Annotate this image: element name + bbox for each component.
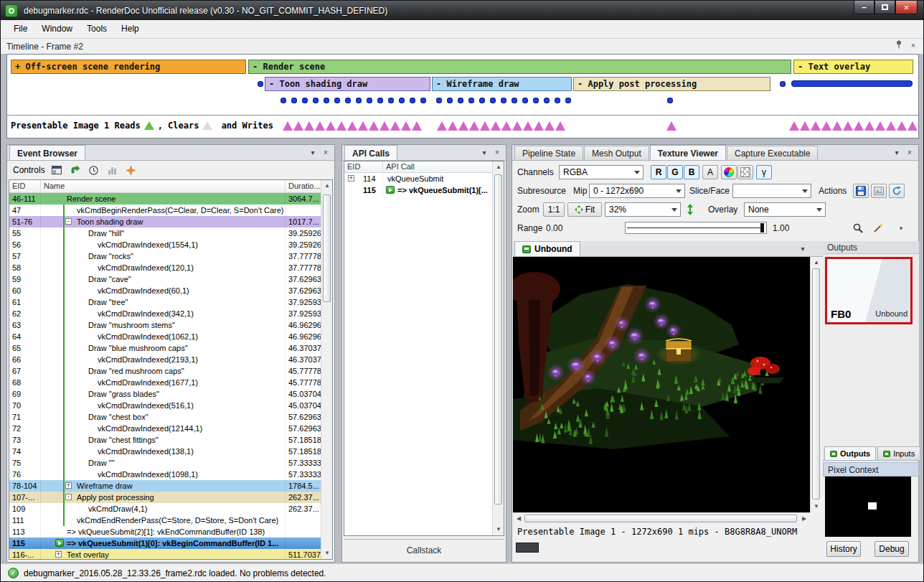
- event-dot[interactable]: [522, 98, 528, 103]
- menu-tools[interactable]: Tools: [80, 20, 114, 38]
- event-row[interactable]: 56vkCmdDrawIndexed(1554,1)39.25926: [9, 239, 321, 250]
- write-triangle-icon[interactable]: [864, 121, 874, 131]
- write-triangle-icon[interactable]: [448, 121, 458, 131]
- write-triangle-icon[interactable]: [789, 121, 799, 131]
- texture-viewport[interactable]: [513, 257, 810, 512]
- event-dot[interactable]: [490, 98, 496, 103]
- write-triangle-icon[interactable]: [523, 121, 533, 131]
- event-row[interactable]: 68vkCmdDrawIndexed(1677,1)45.77778: [9, 377, 321, 388]
- write-triangle-icon[interactable]: [469, 121, 479, 131]
- tab-event-browser[interactable]: Event Browser: [9, 145, 85, 160]
- event-row[interactable]: 58vkCmdDrawIndexed(120,1)37.77778: [9, 262, 321, 273]
- channel-g-button[interactable]: G: [667, 165, 683, 179]
- event-row[interactable]: 72vkCmdDrawIndexed(12144,1)57.62963: [9, 423, 321, 434]
- scroll-up-icon[interactable]: ▲: [493, 161, 504, 173]
- event-dot[interactable]: [468, 98, 474, 103]
- mip-select[interactable]: 0 - 1272x690: [589, 184, 685, 198]
- texture-scene-image[interactable]: [513, 257, 810, 512]
- write-triangle-icon[interactable]: [336, 121, 346, 131]
- tab-outputs[interactable]: Outputs: [824, 446, 876, 460]
- column-name[interactable]: Name: [41, 180, 286, 192]
- event-cluster-bar[interactable]: [791, 80, 913, 87]
- minimize-button[interactable]: –: [854, 1, 874, 14]
- background-checker-button[interactable]: [737, 165, 753, 179]
- column-api-call[interactable]: API Call: [383, 161, 504, 172]
- scroll-up-icon[interactable]: ▲: [321, 180, 333, 192]
- event-dot[interactable]: [780, 81, 786, 87]
- expand-box-icon[interactable]: +: [55, 551, 62, 558]
- bookmark-star-icon[interactable]: [124, 163, 138, 177]
- event-dot[interactable]: [258, 81, 263, 87]
- write-triangle-icon[interactable]: [326, 121, 336, 131]
- history-button[interactable]: History: [826, 541, 861, 557]
- callstack-section[interactable]: Callstack: [344, 539, 504, 560]
- write-triangle-icon[interactable]: [412, 121, 422, 131]
- event-dot[interactable]: [512, 98, 517, 103]
- event-row[interactable]: 75Draw ""57.33333: [9, 457, 321, 469]
- event-dot[interactable]: [436, 98, 442, 103]
- scroll-left-icon[interactable]: ◀: [513, 513, 524, 525]
- event-row[interactable]: 51-76-Toon shading draw1017.7...: [9, 216, 321, 227]
- event-row[interactable]: 116-...+Text overlay511.7037: [9, 549, 321, 559]
- color-wheel-button[interactable]: [721, 165, 737, 179]
- channel-r-button[interactable]: R: [651, 165, 666, 179]
- event-dot[interactable]: [447, 98, 453, 103]
- clock-icon[interactable]: [87, 163, 101, 177]
- event-dot[interactable]: [377, 98, 383, 103]
- panel-menu-icon[interactable]: ▾: [478, 147, 490, 159]
- event-dot[interactable]: [544, 98, 550, 103]
- event-row[interactable]: 65Draw "blue mushroom caps"46.37037: [9, 342, 321, 354]
- event-dot[interactable]: [313, 98, 319, 103]
- fb0-thumbnail[interactable]: FB0 Unbound: [825, 257, 913, 324]
- event-dot[interactable]: [334, 98, 340, 103]
- event-dot[interactable]: [388, 98, 394, 103]
- event-row[interactable]: 67Draw "red mushroom caps"45.77778: [9, 365, 321, 377]
- write-triangle-icon[interactable]: [800, 121, 810, 131]
- scrollbar-thumb[interactable]: [812, 268, 820, 499]
- timeline-marker-bar[interactable]: - Apply post processing: [573, 77, 770, 91]
- api-row[interactable]: 115=> vkQueueSubmit(1)[...: [344, 184, 492, 196]
- event-dot[interactable]: [345, 98, 351, 103]
- overlay-select[interactable]: None: [744, 202, 826, 217]
- panel-close-icon[interactable]: ×: [320, 147, 331, 159]
- event-row[interactable]: 64vkCmdDrawIndexed(1062,1)46.96296: [9, 331, 321, 342]
- event-dot[interactable]: [291, 98, 297, 103]
- write-triangle-icon[interactable]: [315, 121, 325, 131]
- event-row[interactable]: 76vkCmdDrawIndexed(1098,1)57.33333: [9, 469, 321, 480]
- event-row[interactable]: 55Draw "hill"39.25926: [9, 227, 321, 239]
- event-dot[interactable]: [367, 98, 372, 103]
- zoom-fit-button[interactable]: Fit: [567, 202, 602, 217]
- panel-close-icon[interactable]: ×: [904, 147, 915, 159]
- write-triangle-icon[interactable]: [666, 121, 676, 131]
- scroll-down-icon[interactable]: ▼: [811, 501, 822, 512]
- refresh-button[interactable]: [889, 184, 905, 198]
- write-triangle-icon[interactable]: [512, 121, 522, 131]
- event-row[interactable]: 47vkCmdBeginRenderPass(C=Clear, D=Clear,…: [9, 205, 321, 216]
- write-triangle-icon[interactable]: [832, 121, 842, 131]
- event-row[interactable]: 107-...-Apply post processing262.37...: [9, 492, 321, 503]
- event-scrollbar[interactable]: ▲ ▼: [321, 180, 332, 559]
- range-slider[interactable]: [625, 222, 767, 234]
- menu-window[interactable]: Window: [34, 20, 80, 38]
- write-triangle-icon[interactable]: [380, 121, 390, 131]
- event-row[interactable]: 46-111Render scene3064.7...: [9, 193, 321, 205]
- write-triangle-icon[interactable]: [390, 121, 400, 131]
- jump-icon[interactable]: [68, 163, 82, 177]
- event-row[interactable]: 63Draw "mushroom stems"46.96296: [9, 319, 321, 331]
- event-row[interactable]: 66vkCmdDrawIndexed(2193,1)46.37037: [9, 354, 321, 365]
- tab-capture-executable[interactable]: Capture Executable: [727, 146, 818, 160]
- auto-range-wand-button[interactable]: [870, 221, 886, 235]
- event-dot[interactable]: [399, 98, 405, 103]
- event-row[interactable]: 113=> vkQueueSubmit(2)[1]: vkEndCommandB…: [9, 526, 321, 538]
- write-triangle-icon[interactable]: [347, 121, 357, 131]
- column-eid[interactable]: EID: [9, 180, 41, 192]
- write-triangle-icon[interactable]: [304, 121, 314, 131]
- texture-hscrollbar[interactable]: ◀ ▶: [513, 512, 810, 524]
- scrollbar-thumb[interactable]: [494, 174, 502, 504]
- slice-face-select[interactable]: [732, 184, 811, 198]
- write-triangle-icon[interactable]: [491, 121, 501, 131]
- flip-y-button[interactable]: [684, 202, 697, 217]
- event-row[interactable]: 109vkCmdDraw(4,1)262.37...: [9, 503, 321, 515]
- write-triangle-icon[interactable]: [534, 121, 544, 131]
- write-triangle-icon[interactable]: [811, 121, 821, 131]
